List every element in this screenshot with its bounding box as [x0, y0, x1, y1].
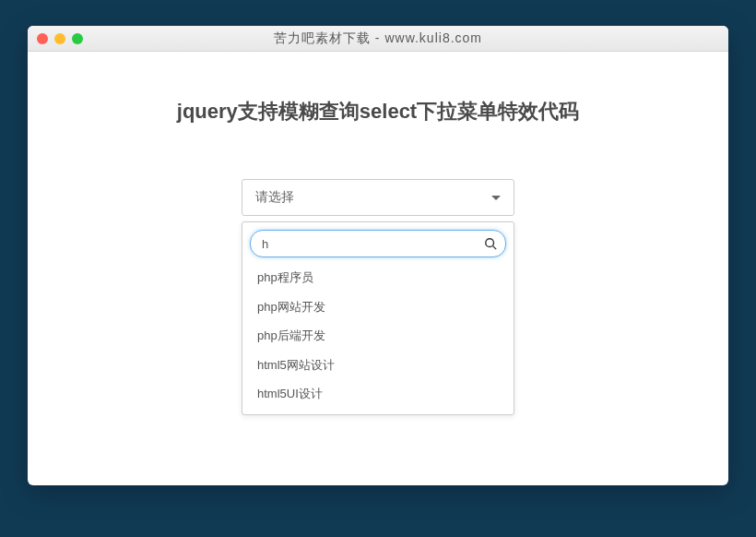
- app-window: 苦力吧素材下载 - www.kuli8.com jquery支持模糊查询sele…: [28, 26, 728, 485]
- select-component: 请选择 php程序员 php网站开发 php后端开发 html5网站设计: [242, 179, 514, 415]
- select-option[interactable]: html5UI设计: [242, 379, 514, 409]
- minimize-window-button[interactable]: [54, 33, 65, 44]
- maximize-window-button[interactable]: [72, 33, 83, 44]
- select-option[interactable]: php程序员: [242, 263, 514, 292]
- select-option[interactable]: html5网站设计: [242, 351, 514, 380]
- close-window-button[interactable]: [37, 33, 48, 44]
- select-placeholder: 请选择: [255, 189, 294, 206]
- search-row: [242, 230, 514, 257]
- search-input[interactable]: [250, 230, 506, 257]
- select-option[interactable]: php网站开发: [242, 292, 514, 322]
- window-title: 苦力吧素材下载 - www.kuli8.com: [274, 30, 482, 47]
- traffic-lights: [37, 33, 83, 44]
- page-heading: jquery支持模糊查询select下拉菜单特效代码: [65, 98, 691, 125]
- window-titlebar: 苦力吧素材下载 - www.kuli8.com: [28, 26, 728, 52]
- content-area: jquery支持模糊查询select下拉菜单特效代码 请选择 php程序员: [28, 52, 728, 415]
- select-dropdown: php程序员 php网站开发 php后端开发 html5网站设计 html5UI…: [242, 221, 514, 415]
- chevron-down-icon: [491, 196, 501, 200]
- select-trigger[interactable]: 请选择: [242, 179, 514, 216]
- select-option[interactable]: php后端开发: [242, 321, 514, 351]
